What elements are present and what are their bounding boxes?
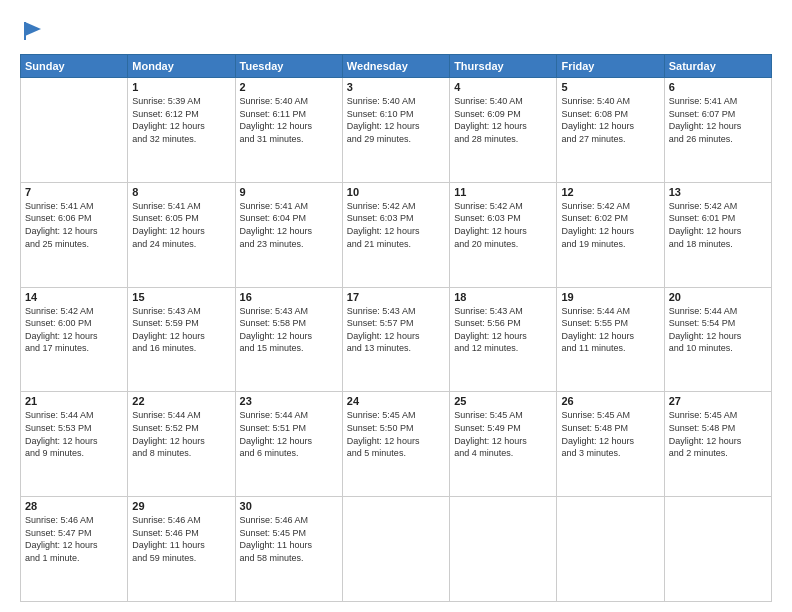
week-row-4: 21Sunrise: 5:44 AM Sunset: 5:53 PM Dayli… xyxy=(21,392,772,497)
calendar-cell: 11Sunrise: 5:42 AM Sunset: 6:03 PM Dayli… xyxy=(450,182,557,287)
calendar-cell: 28Sunrise: 5:46 AM Sunset: 5:47 PM Dayli… xyxy=(21,497,128,602)
day-info: Sunrise: 5:45 AM Sunset: 5:48 PM Dayligh… xyxy=(561,409,659,459)
calendar-cell xyxy=(21,78,128,183)
day-number: 13 xyxy=(669,186,767,198)
calendar-cell xyxy=(557,497,664,602)
weekday-sunday: Sunday xyxy=(21,55,128,78)
day-number: 27 xyxy=(669,395,767,407)
day-info: Sunrise: 5:43 AM Sunset: 5:57 PM Dayligh… xyxy=(347,305,445,355)
calendar-cell: 12Sunrise: 5:42 AM Sunset: 6:02 PM Dayli… xyxy=(557,182,664,287)
day-info: Sunrise: 5:42 AM Sunset: 6:03 PM Dayligh… xyxy=(454,200,552,250)
logo-general-text xyxy=(20,20,44,46)
calendar-cell: 7Sunrise: 5:41 AM Sunset: 6:06 PM Daylig… xyxy=(21,182,128,287)
calendar-cell: 8Sunrise: 5:41 AM Sunset: 6:05 PM Daylig… xyxy=(128,182,235,287)
calendar-cell: 29Sunrise: 5:46 AM Sunset: 5:46 PM Dayli… xyxy=(128,497,235,602)
day-number: 11 xyxy=(454,186,552,198)
calendar-cell: 22Sunrise: 5:44 AM Sunset: 5:52 PM Dayli… xyxy=(128,392,235,497)
calendar-cell: 20Sunrise: 5:44 AM Sunset: 5:54 PM Dayli… xyxy=(664,287,771,392)
day-info: Sunrise: 5:40 AM Sunset: 6:11 PM Dayligh… xyxy=(240,95,338,145)
day-info: Sunrise: 5:41 AM Sunset: 6:06 PM Dayligh… xyxy=(25,200,123,250)
calendar-cell: 15Sunrise: 5:43 AM Sunset: 5:59 PM Dayli… xyxy=(128,287,235,392)
day-number: 22 xyxy=(132,395,230,407)
day-number: 12 xyxy=(561,186,659,198)
week-row-3: 14Sunrise: 5:42 AM Sunset: 6:00 PM Dayli… xyxy=(21,287,772,392)
day-info: Sunrise: 5:45 AM Sunset: 5:49 PM Dayligh… xyxy=(454,409,552,459)
calendar-cell: 17Sunrise: 5:43 AM Sunset: 5:57 PM Dayli… xyxy=(342,287,449,392)
page: SundayMondayTuesdayWednesdayThursdayFrid… xyxy=(0,0,792,612)
calendar-cell: 1Sunrise: 5:39 AM Sunset: 6:12 PM Daylig… xyxy=(128,78,235,183)
day-number: 17 xyxy=(347,291,445,303)
weekday-tuesday: Tuesday xyxy=(235,55,342,78)
calendar-cell: 6Sunrise: 5:41 AM Sunset: 6:07 PM Daylig… xyxy=(664,78,771,183)
day-info: Sunrise: 5:43 AM Sunset: 5:59 PM Dayligh… xyxy=(132,305,230,355)
day-number: 25 xyxy=(454,395,552,407)
calendar-cell: 14Sunrise: 5:42 AM Sunset: 6:00 PM Dayli… xyxy=(21,287,128,392)
day-number: 16 xyxy=(240,291,338,303)
day-number: 7 xyxy=(25,186,123,198)
day-number: 15 xyxy=(132,291,230,303)
day-info: Sunrise: 5:40 AM Sunset: 6:09 PM Dayligh… xyxy=(454,95,552,145)
calendar-cell xyxy=(664,497,771,602)
weekday-monday: Monday xyxy=(128,55,235,78)
day-number: 5 xyxy=(561,81,659,93)
week-row-2: 7Sunrise: 5:41 AM Sunset: 6:06 PM Daylig… xyxy=(21,182,772,287)
calendar-cell: 27Sunrise: 5:45 AM Sunset: 5:48 PM Dayli… xyxy=(664,392,771,497)
day-number: 4 xyxy=(454,81,552,93)
logo-flag-icon xyxy=(22,20,44,42)
calendar-cell: 25Sunrise: 5:45 AM Sunset: 5:49 PM Dayli… xyxy=(450,392,557,497)
calendar-cell xyxy=(450,497,557,602)
logo xyxy=(20,20,44,46)
day-info: Sunrise: 5:45 AM Sunset: 5:50 PM Dayligh… xyxy=(347,409,445,459)
day-info: Sunrise: 5:46 AM Sunset: 5:47 PM Dayligh… xyxy=(25,514,123,564)
day-number: 24 xyxy=(347,395,445,407)
calendar-table: SundayMondayTuesdayWednesdayThursdayFrid… xyxy=(20,54,772,602)
day-info: Sunrise: 5:41 AM Sunset: 6:05 PM Dayligh… xyxy=(132,200,230,250)
calendar-cell: 5Sunrise: 5:40 AM Sunset: 6:08 PM Daylig… xyxy=(557,78,664,183)
day-number: 21 xyxy=(25,395,123,407)
day-info: Sunrise: 5:43 AM Sunset: 5:56 PM Dayligh… xyxy=(454,305,552,355)
day-info: Sunrise: 5:45 AM Sunset: 5:48 PM Dayligh… xyxy=(669,409,767,459)
calendar-cell: 24Sunrise: 5:45 AM Sunset: 5:50 PM Dayli… xyxy=(342,392,449,497)
day-number: 9 xyxy=(240,186,338,198)
calendar-cell: 18Sunrise: 5:43 AM Sunset: 5:56 PM Dayli… xyxy=(450,287,557,392)
day-number: 20 xyxy=(669,291,767,303)
day-number: 10 xyxy=(347,186,445,198)
day-number: 6 xyxy=(669,81,767,93)
calendar-cell: 23Sunrise: 5:44 AM Sunset: 5:51 PM Dayli… xyxy=(235,392,342,497)
day-info: Sunrise: 5:44 AM Sunset: 5:53 PM Dayligh… xyxy=(25,409,123,459)
weekday-friday: Friday xyxy=(557,55,664,78)
day-info: Sunrise: 5:40 AM Sunset: 6:08 PM Dayligh… xyxy=(561,95,659,145)
day-number: 3 xyxy=(347,81,445,93)
calendar-cell: 19Sunrise: 5:44 AM Sunset: 5:55 PM Dayli… xyxy=(557,287,664,392)
day-info: Sunrise: 5:42 AM Sunset: 6:02 PM Dayligh… xyxy=(561,200,659,250)
day-info: Sunrise: 5:44 AM Sunset: 5:55 PM Dayligh… xyxy=(561,305,659,355)
calendar-cell: 2Sunrise: 5:40 AM Sunset: 6:11 PM Daylig… xyxy=(235,78,342,183)
calendar-cell: 30Sunrise: 5:46 AM Sunset: 5:45 PM Dayli… xyxy=(235,497,342,602)
svg-marker-0 xyxy=(25,22,41,36)
day-info: Sunrise: 5:42 AM Sunset: 6:03 PM Dayligh… xyxy=(347,200,445,250)
day-info: Sunrise: 5:39 AM Sunset: 6:12 PM Dayligh… xyxy=(132,95,230,145)
day-number: 1 xyxy=(132,81,230,93)
day-info: Sunrise: 5:41 AM Sunset: 6:04 PM Dayligh… xyxy=(240,200,338,250)
calendar-cell: 26Sunrise: 5:45 AM Sunset: 5:48 PM Dayli… xyxy=(557,392,664,497)
day-info: Sunrise: 5:40 AM Sunset: 6:10 PM Dayligh… xyxy=(347,95,445,145)
calendar-cell: 3Sunrise: 5:40 AM Sunset: 6:10 PM Daylig… xyxy=(342,78,449,183)
day-number: 18 xyxy=(454,291,552,303)
day-number: 14 xyxy=(25,291,123,303)
day-info: Sunrise: 5:46 AM Sunset: 5:46 PM Dayligh… xyxy=(132,514,230,564)
calendar-cell: 9Sunrise: 5:41 AM Sunset: 6:04 PM Daylig… xyxy=(235,182,342,287)
weekday-header-row: SundayMondayTuesdayWednesdayThursdayFrid… xyxy=(21,55,772,78)
calendar-cell: 16Sunrise: 5:43 AM Sunset: 5:58 PM Dayli… xyxy=(235,287,342,392)
weekday-wednesday: Wednesday xyxy=(342,55,449,78)
weekday-thursday: Thursday xyxy=(450,55,557,78)
day-info: Sunrise: 5:42 AM Sunset: 6:00 PM Dayligh… xyxy=(25,305,123,355)
week-row-1: 1Sunrise: 5:39 AM Sunset: 6:12 PM Daylig… xyxy=(21,78,772,183)
day-number: 26 xyxy=(561,395,659,407)
week-row-5: 28Sunrise: 5:46 AM Sunset: 5:47 PM Dayli… xyxy=(21,497,772,602)
weekday-saturday: Saturday xyxy=(664,55,771,78)
day-number: 19 xyxy=(561,291,659,303)
day-number: 30 xyxy=(240,500,338,512)
day-number: 23 xyxy=(240,395,338,407)
day-info: Sunrise: 5:42 AM Sunset: 6:01 PM Dayligh… xyxy=(669,200,767,250)
day-number: 2 xyxy=(240,81,338,93)
